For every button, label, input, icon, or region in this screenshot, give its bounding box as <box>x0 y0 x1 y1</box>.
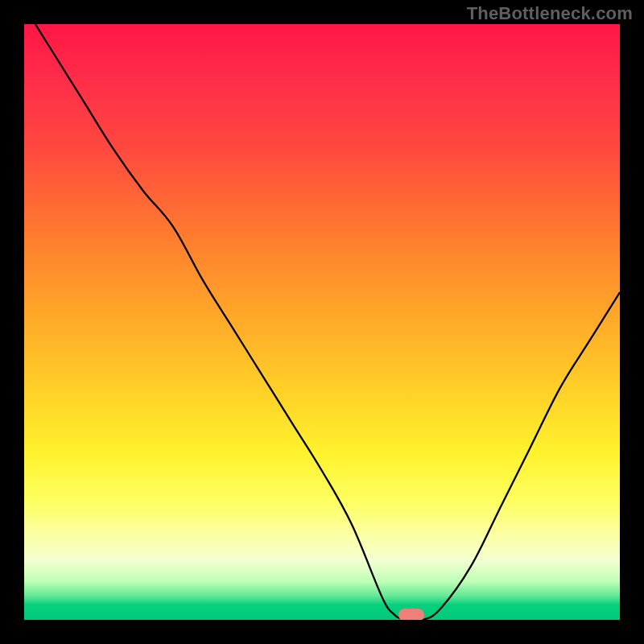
chart-background-gradient <box>24 24 620 620</box>
plot-area <box>24 24 620 620</box>
optimal-point-marker <box>398 609 424 620</box>
chart-container: TheBottleneck.com <box>0 0 644 644</box>
watermark-text: TheBottleneck.com <box>467 3 633 24</box>
